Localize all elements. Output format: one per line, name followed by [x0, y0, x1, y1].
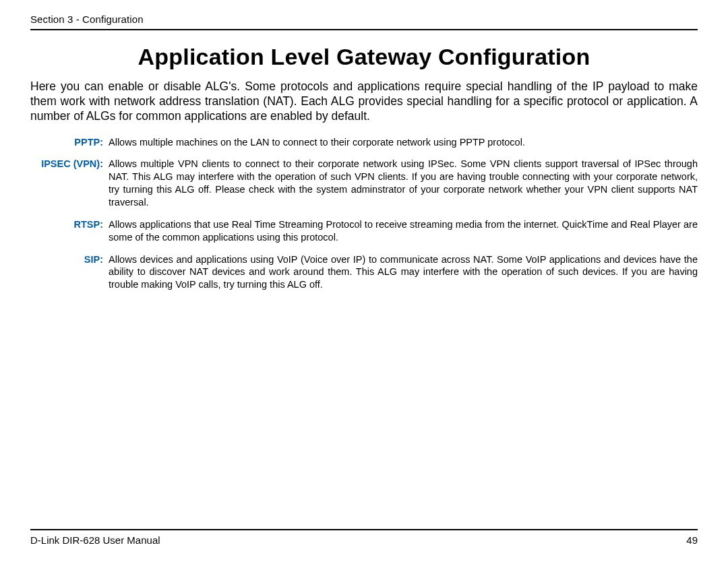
definition-description: Allows devices and applications using Vo… — [106, 253, 698, 292]
footer-manual-name: D-Link DIR-628 User Manual — [30, 534, 160, 546]
page-title: Application Level Gateway Configuration — [30, 44, 698, 70]
manual-page: Section 3 - Configuration Application Le… — [0, 0, 728, 562]
page-footer: D-Link DIR-628 User Manual 49 — [30, 529, 698, 546]
definition-term: RTSP: — [30, 218, 106, 231]
footer-rule — [30, 529, 698, 530]
header-rule — [30, 29, 698, 30]
definition-term: SIP: — [30, 253, 106, 266]
definition-description: Allows multiple machines on the LAN to c… — [106, 136, 698, 149]
section-header: Section 3 - Configuration — [30, 13, 698, 25]
definition-list: PPTP: Allows multiple machines on the LA… — [30, 136, 698, 291]
intro-paragraph: Here you can enable or disable ALG's. So… — [30, 80, 698, 124]
definition-row: RTSP: Allows applications that use Real … — [30, 218, 698, 244]
footer-page-number: 49 — [686, 534, 698, 546]
definition-description: Allows multiple VPN clients to connect t… — [106, 158, 698, 208]
footer-row: D-Link DIR-628 User Manual 49 — [30, 534, 698, 546]
definition-row: PPTP: Allows multiple machines on the LA… — [30, 136, 698, 149]
definition-description: Allows applications that use Real Time S… — [106, 218, 698, 244]
definition-term: PPTP: — [30, 136, 106, 149]
definition-term: IPSEC (VPN): — [30, 158, 106, 170]
definition-row: IPSEC (VPN): Allows multiple VPN clients… — [30, 158, 698, 208]
definition-row: SIP: Allows devices and applications usi… — [30, 253, 698, 292]
